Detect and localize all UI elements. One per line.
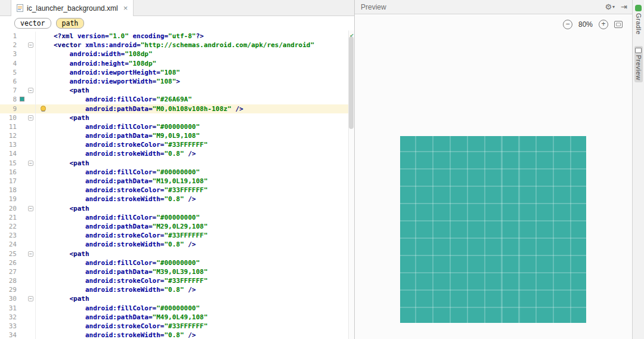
gutter-decoration: [18, 113, 26, 122]
code-text: <path: [36, 159, 354, 168]
color-swatch[interactable]: [20, 97, 24, 101]
breadcrumb-vector[interactable]: vector: [14, 18, 51, 29]
intention-bulb-icon[interactable]: [41, 106, 46, 111]
gutter-decoration: [18, 313, 26, 322]
gear-icon[interactable]: ⚙▾: [605, 2, 615, 11]
code-line[interactable]: 29 android:strokeWidth="0.8" />: [0, 285, 354, 294]
code-line[interactable]: 14 android:strokeWidth="0.8" />: [0, 149, 354, 158]
fold-marker-icon[interactable]: −: [28, 296, 33, 301]
code-line[interactable]: 6 android:viewportWidth="108">: [0, 77, 354, 86]
code-line[interactable]: 5 android:viewportHeight="108": [0, 68, 354, 77]
code-line[interactable]: 18 android:strokeColor="#33FFFFFF": [0, 186, 354, 195]
line-number: 34: [0, 331, 18, 339]
gutter-fold-area: [26, 331, 36, 339]
code-line[interactable]: 31 android:fillColor="#00000000": [0, 304, 354, 313]
code-text: android:fillColor="#00000000": [36, 122, 354, 131]
grid-line: [518, 136, 519, 323]
code-line[interactable]: 30− <path: [0, 294, 354, 303]
code-line[interactable]: 7− <path: [0, 86, 354, 95]
code-line[interactable]: 19 android:strokeWidth="0.8" />: [0, 195, 354, 204]
line-number: 4: [0, 59, 18, 68]
breadcrumb-path[interactable]: path: [56, 18, 85, 29]
code-text: android:fillColor="#00000000": [36, 168, 354, 177]
code-line[interactable]: 8 android:fillColor="#26A69A": [0, 95, 354, 104]
fold-marker-icon[interactable]: −: [28, 88, 33, 93]
gutter-fold-area: [26, 122, 36, 131]
fit-to-screen-icon[interactable]: [614, 21, 623, 28]
code-text: android:strokeWidth="0.8" />: [36, 195, 354, 204]
code-line[interactable]: 25− <path: [0, 249, 354, 258]
gutter-fold-area: [26, 186, 36, 195]
line-number: 11: [0, 122, 18, 131]
code-line[interactable]: 12 android:pathData="M9,0L9,108": [0, 131, 354, 140]
code-line[interactable]: 3 android:width="108dp": [0, 50, 354, 58]
fold-marker-icon[interactable]: −: [28, 115, 33, 121]
gear-glyph: ⚙: [605, 2, 612, 11]
code-line[interactable]: 23 android:strokeColor="#33FFFFFF": [0, 231, 354, 240]
gutter-fold-area: [26, 195, 36, 204]
code-line[interactable]: 26 android:fillColor="#00000000": [0, 258, 354, 267]
gutter-decoration: [18, 140, 26, 149]
code-line[interactable]: 28 android:strokeColor="#33FFFFFF": [0, 276, 354, 285]
code-text: android:strokeColor="#33FFFFFF": [36, 231, 354, 240]
code-editor[interactable]: 1<?xml version="1.0" encoding="utf-8"?>2…: [0, 30, 354, 339]
line-number: 12: [0, 131, 18, 140]
code-text: android:fillColor="#00000000": [36, 304, 354, 313]
zoom-in-button[interactable]: +: [599, 20, 608, 29]
code-line[interactable]: 10− <path: [0, 113, 354, 122]
gutter-decoration: [18, 249, 26, 258]
code-line[interactable]: 2−<vector xmlns:android="http://schemas.…: [0, 41, 354, 50]
tool-button-preview[interactable]: Preview: [634, 46, 643, 82]
editor-tab-ic-launcher-background[interactable]: ic_launcher_background.xml ×: [11, 0, 134, 16]
code-line[interactable]: 13 android:strokeColor="#33FFFFFF": [0, 140, 354, 149]
scrollbar-thumb[interactable]: [349, 36, 354, 129]
code-line[interactable]: 20− <path: [0, 204, 354, 213]
gutter-fold-area: −: [26, 294, 36, 303]
code-line[interactable]: 21 android:fillColor="#00000000": [0, 213, 354, 222]
grid-line: [400, 272, 586, 273]
fold-marker-icon[interactable]: −: [28, 206, 33, 211]
gutter-fold-area: [26, 313, 36, 322]
gutter-fold-area: [26, 77, 36, 86]
line-number: 25: [0, 249, 18, 258]
code-text: android:viewportWidth="108">: [36, 77, 354, 86]
code-text: <path: [36, 86, 354, 95]
code-line[interactable]: 34 android:strokeWidth="0.8" />: [0, 331, 354, 339]
gutter-fold-area: −: [26, 113, 36, 122]
gutter-decoration: [18, 149, 26, 158]
gutter-decoration: [18, 204, 26, 213]
editor-scrollbar[interactable]: [348, 30, 354, 339]
code-line[interactable]: 24 android:strokeWidth="0.8" />: [0, 240, 354, 249]
line-number: 1: [0, 32, 18, 41]
gutter-decoration: [18, 294, 26, 303]
line-number: 18: [0, 186, 18, 195]
tool-button-gradle[interactable]: Gradle: [634, 3, 643, 36]
code-text: android:pathData="M9,0L9,108": [36, 131, 354, 140]
code-line[interactable]: 16 android:fillColor="#00000000": [0, 168, 354, 177]
gutter-decoration: [18, 159, 26, 168]
gutter-fold-area: −: [26, 249, 36, 258]
fold-marker-icon[interactable]: −: [28, 161, 33, 166]
code-line[interactable]: 17 android:pathData="M19,0L19,108": [0, 177, 354, 186]
hide-panel-icon[interactable]: ⇥: [621, 2, 627, 11]
close-icon[interactable]: ×: [123, 4, 128, 12]
fold-marker-icon[interactable]: −: [28, 251, 33, 257]
code-line[interactable]: 1<?xml version="1.0" encoding="utf-8"?>: [0, 32, 354, 41]
fold-marker-icon[interactable]: −: [28, 42, 33, 48]
code-line[interactable]: 32 android:pathData="M49,0L49,108": [0, 313, 354, 322]
code-line[interactable]: 4 android:height="108dp": [0, 59, 354, 68]
code-line[interactable]: 11 android:fillColor="#00000000": [0, 122, 354, 131]
code-line[interactable]: 27 android:pathData="M39,0L39,108": [0, 267, 354, 276]
line-number: 2: [0, 41, 18, 50]
zoom-out-button[interactable]: −: [563, 20, 572, 29]
gutter-decoration: [18, 41, 26, 50]
code-text: android:width="108dp": [36, 50, 354, 58]
code-text: android:pathData="M29,0L29,108": [36, 222, 354, 231]
code-line[interactable]: 33 android:strokeColor="#33FFFFFF": [0, 322, 354, 331]
gutter-decoration: [18, 186, 26, 195]
gutter-decoration: [18, 331, 26, 339]
line-number: 20: [0, 204, 18, 213]
code-line[interactable]: 9 android:pathData="M0,0h108v108h-108z" …: [0, 104, 354, 113]
code-line[interactable]: 15− <path: [0, 159, 354, 168]
code-line[interactable]: 22 android:pathData="M29,0L29,108": [0, 222, 354, 231]
